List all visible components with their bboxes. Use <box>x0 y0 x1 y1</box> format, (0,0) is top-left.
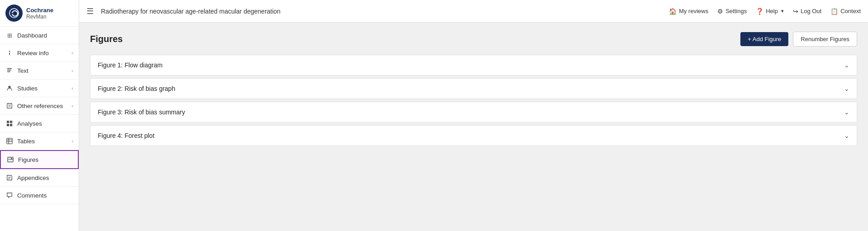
svg-rect-10 <box>7 121 9 123</box>
renumber-figures-button[interactable]: Renumber Figures <box>793 32 857 47</box>
top-navigation: ☰ Radiotherapy for neovascular age-relat… <box>79 0 868 23</box>
sidebar-item-text[interactable]: Text ‹ <box>0 62 79 80</box>
sidebar-item-label: Other references <box>17 103 70 109</box>
figures-icon <box>6 156 14 164</box>
figure-label: Figure 4: Forest plot <box>98 132 154 139</box>
settings-label: Settings <box>725 8 747 14</box>
dashboard-icon: ⊞ <box>5 31 14 39</box>
text-icon <box>5 66 14 75</box>
logo-text: Cochrane RevMan <box>26 7 53 20</box>
svg-point-19 <box>11 158 12 160</box>
sidebar-item-label: Comments <box>17 192 73 199</box>
sidebar-item-tables[interactable]: Tables ‹ <box>0 132 79 150</box>
figure-item[interactable]: Figure 1: Flow diagram ⌄ <box>90 55 857 75</box>
logout-icon: ↪ <box>793 8 798 15</box>
figures-list: Figure 1: Flow diagram ⌄ Figure 2: Risk … <box>90 55 857 146</box>
content-area: Figures + Add Figure Renumber Figures Fi… <box>79 23 868 231</box>
content-title: Figures <box>90 34 123 44</box>
chevron-icon: ‹ <box>72 103 73 108</box>
logout-label: Log Out <box>801 8 821 14</box>
figure-label: Figure 1: Flow diagram <box>98 61 162 69</box>
sidebar-item-studies[interactable]: Studies ‹ <box>0 80 79 97</box>
studies-icon <box>5 84 14 92</box>
logo-area[interactable]: Cochrane RevMan <box>0 0 79 27</box>
help-chevron-icon: ▾ <box>781 8 784 14</box>
svg-rect-14 <box>7 138 12 144</box>
sidebar-item-label: Studies <box>17 85 70 92</box>
sidebar-item-label: Review info <box>17 50 70 57</box>
analyses-icon <box>5 119 14 127</box>
sidebar-item-dashboard[interactable]: ⊞ Dashboard <box>0 27 79 44</box>
revman-label: RevMan <box>26 14 53 20</box>
settings-link[interactable]: ⚙ Settings <box>717 8 747 15</box>
sidebar-item-analyses[interactable]: Analyses <box>0 115 79 132</box>
help-icon: ❓ <box>756 8 763 15</box>
svg-rect-2 <box>9 52 10 55</box>
expand-icon: ⌄ <box>844 108 849 116</box>
svg-rect-4 <box>7 70 11 71</box>
logout-link[interactable]: ↪ Log Out <box>793 8 821 15</box>
figure-item[interactable]: Figure 4: Forest plot ⌄ <box>90 125 857 146</box>
content-header: Figures + Add Figure Renumber Figures <box>90 32 857 47</box>
sidebar-item-appendices[interactable]: Appendices <box>0 169 79 187</box>
expand-icon: ⌄ <box>844 61 849 69</box>
svg-rect-3 <box>7 68 12 69</box>
chevron-icon: ‹ <box>72 68 73 73</box>
sidebar-item-comments[interactable]: Comments <box>0 187 79 204</box>
svg-rect-7 <box>7 104 12 108</box>
chevron-icon: ‹ <box>72 85 73 91</box>
home-icon: 🏠 <box>669 8 677 15</box>
svg-point-1 <box>9 51 10 52</box>
other-references-icon <box>5 102 14 110</box>
svg-rect-12 <box>7 124 9 126</box>
nav-actions: 🏠 My reviews ⚙ Settings ❓ Help ▾ ↪ Log O… <box>669 8 861 15</box>
figure-item[interactable]: Figure 2: Risk of bias graph ⌄ <box>90 78 857 99</box>
appendices-icon <box>5 174 14 182</box>
svg-rect-11 <box>10 121 12 123</box>
page-title: Radiotherapy for neovascular age-related… <box>101 8 669 15</box>
my-reviews-link[interactable]: 🏠 My reviews <box>669 8 708 15</box>
review-info-icon <box>5 49 14 57</box>
context-icon: 📋 <box>830 8 838 15</box>
hamburger-menu-button[interactable]: ☰ <box>86 6 94 16</box>
tables-icon <box>5 137 14 145</box>
my-reviews-label: My reviews <box>679 8 708 14</box>
sidebar-item-label: Tables <box>17 138 70 145</box>
sidebar-item-figures[interactable]: Figures <box>0 150 79 169</box>
cochrane-label: Cochrane <box>26 7 53 14</box>
sidebar-item-other-references[interactable]: Other references ‹ <box>0 97 79 115</box>
help-label: Help <box>766 8 778 14</box>
context-label: Context <box>840 8 861 14</box>
chevron-icon: ‹ <box>72 50 73 56</box>
help-link[interactable]: ❓ Help ▾ <box>756 8 784 15</box>
chevron-icon: ‹ <box>72 138 73 144</box>
sidebar-item-label: Appendices <box>17 174 73 181</box>
context-link[interactable]: 📋 Context <box>830 8 861 15</box>
sidebar-item-label: Text <box>17 67 70 74</box>
expand-icon: ⌄ <box>844 85 849 92</box>
cochrane-logo-icon <box>5 5 23 22</box>
svg-rect-5 <box>7 71 10 72</box>
settings-icon: ⚙ <box>717 8 723 15</box>
add-figure-button[interactable]: + Add Figure <box>740 32 788 46</box>
main-area: ☰ Radiotherapy for neovascular age-relat… <box>79 0 868 231</box>
figure-label: Figure 2: Risk of bias graph <box>98 85 175 92</box>
header-actions: + Add Figure Renumber Figures <box>740 32 857 47</box>
svg-point-6 <box>8 86 10 88</box>
expand-icon: ⌄ <box>844 132 849 139</box>
sidebar-item-label: Analyses <box>17 120 73 127</box>
sidebar: Cochrane RevMan ⊞ Dashboard Review info … <box>0 0 79 231</box>
comments-icon <box>5 191 14 199</box>
svg-rect-13 <box>10 124 12 126</box>
sidebar-item-review-info[interactable]: Review info ‹ <box>0 44 79 62</box>
sidebar-item-label: Dashboard <box>17 32 73 39</box>
figure-label: Figure 3: Risk of bias summary <box>98 108 185 116</box>
sidebar-item-label: Figures <box>18 156 72 163</box>
figure-item[interactable]: Figure 3: Risk of bias summary ⌄ <box>90 102 857 123</box>
